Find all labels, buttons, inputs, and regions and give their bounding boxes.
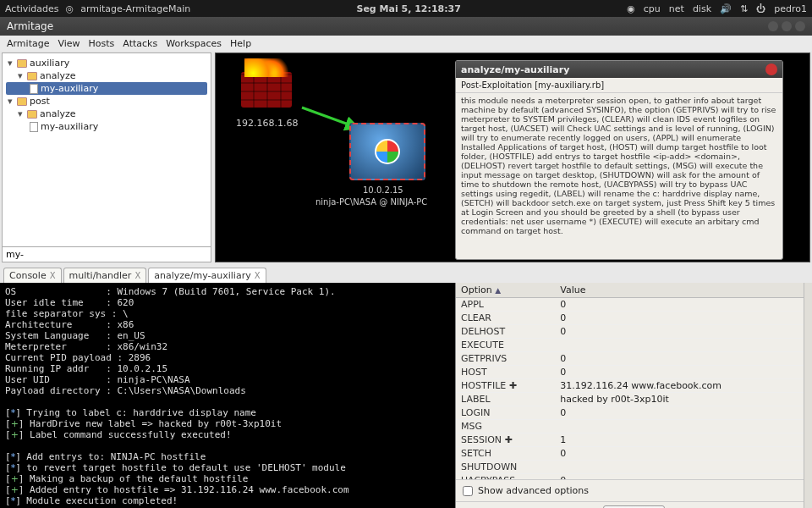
module-tree-pane: ▾auxiliary ▾analyze my-auxiliary ▾post ▾… [2,52,211,262]
tree-filter [3,246,211,262]
tab-close-icon[interactable]: X [134,271,140,280]
options-header-value[interactable]: Value [555,283,812,298]
window-minimize-button[interactable] [768,21,778,31]
option-value[interactable]: 0 [555,366,812,379]
options-table[interactable]: Option ▲ Value APPL0CLEAR0DELHOST0EXECUT… [456,283,812,479]
menu-hosts[interactable]: Hosts [89,38,115,49]
tab-close-icon[interactable]: X [50,271,56,280]
app-name[interactable]: armitage-ArmitageMain [80,3,190,14]
option-row[interactable]: HOSTFILE ✚31.192.116.24 www.facebook.com [456,379,812,393]
activities-button[interactable]: Actividades [5,3,59,14]
tab-close-icon[interactable]: X [255,271,261,280]
file-icon [30,84,38,94]
option-value[interactable]: hacked by r00t-3xp10it [555,393,812,406]
tree-node-post-my-auxiliary[interactable]: my-auxiliary [6,120,207,133]
option-name: SESSION ✚ [456,433,555,447]
menu-attacks[interactable]: Attacks [123,38,157,49]
window-title: Armitage [7,20,53,32]
option-row[interactable]: GETPRIVS0 [456,352,812,366]
window-maximize-button[interactable] [782,21,792,31]
window-close-button[interactable] [795,21,805,31]
option-name: SETCH [456,447,555,461]
tree-node-post-analyze[interactable]: ▾analyze [6,108,207,120]
flame-icon [244,58,288,77]
option-value[interactable]: 31.192.116.24 www.facebook.com [555,379,812,393]
window-titlebar[interactable]: Armitage [0,17,812,36]
dialog-titlebar[interactable]: analyze/my-auxiliary [456,61,782,78]
host2-ip: 10.0.2.15 [363,185,403,195]
option-row[interactable]: EXECUTE [456,339,812,352]
accessibility-icon[interactable]: ◉ [627,3,635,14]
option-value[interactable]: 0 [555,352,812,366]
show-advanced-checkbox[interactable] [463,486,473,496]
host-firewall[interactable] [241,62,300,113]
option-row[interactable]: HOST0 [456,366,812,379]
option-row[interactable]: SETCH0 [456,447,812,461]
option-value[interactable]: 0 [555,406,812,420]
option-value[interactable]: 0 [555,325,812,339]
tree-node-post[interactable]: ▾post [6,95,207,108]
tab-analyze-my-auxiliary[interactable]: analyze/my-auxiliaryX [148,268,266,283]
module-tree[interactable]: ▾auxiliary ▾analyze my-auxiliary ▾post ▾… [3,53,211,246]
cpu-indicator[interactable]: cpu [644,3,661,14]
option-name: SHUTDOWN [456,461,555,474]
windows-logo-icon [375,139,400,164]
option-name: HOST [456,366,555,379]
option-value[interactable]: 0 [555,298,812,312]
console[interactable]: OS : Windows 7 (Build 7601, Service Pack… [0,283,455,508]
option-row[interactable]: CLEAR0 [456,312,812,325]
option-row[interactable]: DELHOST0 [456,325,812,339]
host-target[interactable] [349,123,425,180]
option-name: MSG [456,420,555,433]
module-options-panel: Option ▲ Value APPL0CLEAR0DELHOST0EXECUT… [455,283,812,508]
option-name: LOGIN [456,406,555,420]
targets-canvas[interactable]: 192.168.1.68 10.0.2.15 ninja-PC\NASA @ N… [215,52,810,262]
tree-node-my-auxiliary[interactable]: my-auxiliary [6,82,207,95]
option-value[interactable]: 1 [555,433,812,447]
menubar: Armitage View Hosts Attacks Workspaces H… [0,36,812,51]
menu-workspaces[interactable]: Workspaces [166,38,222,49]
user-menu[interactable]: pedro1 [774,3,807,14]
menu-view[interactable]: View [58,38,80,49]
disk-indicator[interactable]: disk [693,3,711,14]
tree-node-auxiliary[interactable]: ▾auxiliary [6,57,207,69]
option-value[interactable]: 0 [555,447,812,461]
volume-icon[interactable]: 🔊 [720,3,732,14]
network-icon[interactable]: ⇅ [740,3,748,14]
scrollbar[interactable] [804,283,812,508]
dialog-close-button[interactable] [765,64,777,75]
folder-icon [27,72,37,80]
target-icon: ◎ [66,3,74,14]
option-row[interactable]: LOGIN0 [456,406,812,420]
tab-multi-handler[interactable]: multi/handlerX [63,268,147,283]
host2-name: ninja-PC\NASA @ NINJA-PC [315,197,427,207]
power-icon[interactable]: ⏻ [756,3,765,14]
host1-label: 192.168.1.68 [236,118,298,129]
option-value[interactable] [555,420,812,433]
tree-filter-input[interactable] [3,247,211,262]
option-name: LABEL [456,393,555,406]
dialog-title: analyze/my-auxiliary [461,64,569,75]
option-row[interactable]: APPL0 [456,298,812,312]
option-value[interactable]: 0 [555,312,812,325]
tab-console[interactable]: ConsoleX [3,268,62,283]
module-dialog[interactable]: analyze/my-auxiliary Post-Exploitation [… [455,60,783,260]
show-advanced-label: Show advanced options [478,485,589,496]
tree-node-analyze[interactable]: ▾analyze [6,69,207,82]
menu-armitage[interactable]: Armitage [7,38,49,49]
option-name: DELHOST [456,325,555,339]
clock[interactable]: Seg Mai 5, 12:18:37 [190,3,627,14]
file-icon [30,122,38,132]
option-value[interactable] [555,461,812,474]
option-row[interactable]: SHUTDOWN [456,461,812,474]
option-row[interactable]: SESSION ✚1 [456,433,812,447]
option-name: HOSTFILE ✚ [456,379,555,393]
option-value[interactable] [555,339,812,352]
net-indicator[interactable]: net [669,3,684,14]
option-row[interactable]: LABELhacked by r00t-3xp10it [456,393,812,406]
menu-help[interactable]: Help [230,38,251,49]
option-name: GETPRIVS [456,352,555,366]
sort-asc-icon: ▲ [495,286,501,295]
options-header-option[interactable]: Option ▲ [456,283,555,298]
option-row[interactable]: MSG [456,420,812,433]
